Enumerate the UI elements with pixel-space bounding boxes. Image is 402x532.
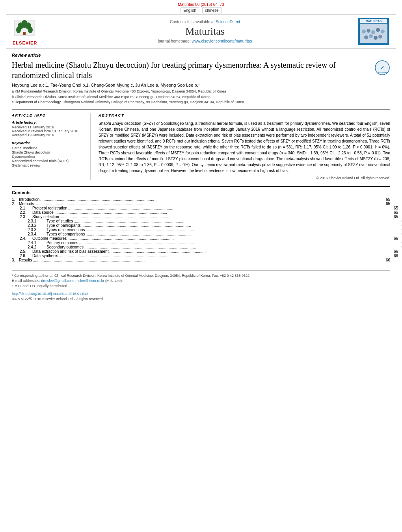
equal-contrib-footnote: 1 HYL and TYC equally contributed. <box>12 284 390 288</box>
abstract-section: ABSTRACT Shaofu Zhuyu decoction (SFZY) o… <box>99 113 390 180</box>
keyword-2: Shaofu Zhuyu decoction <box>12 150 85 154</box>
maturitas-badge: MATURITAS <box>358 18 389 45</box>
email-prefix: E-mail addresses: <box>12 279 40 283</box>
svg-point-16 <box>378 35 382 39</box>
toc-item-2: 2. Methods .............................… <box>12 202 390 206</box>
page: Maturitas 86 (2016) 64–73 English chines… <box>0 0 402 532</box>
toc-item-1: 1. Introduction ........................… <box>12 197 390 202</box>
toc-dots-2-4-2: ........................................… <box>84 245 400 249</box>
corresponding-footnote: * Corresponding author at: Clinical Rese… <box>12 274 390 278</box>
toc-page-2-6: 66 <box>394 254 398 258</box>
keywords-section: Keywords: Herbal medicine Shaofu Zhuyu d… <box>12 141 85 167</box>
article-type-label: Review article <box>12 53 390 57</box>
svg-point-12 <box>381 30 385 33</box>
toc-item-2-3-4: 2.3.4. Types of comparisons ............… <box>28 232 402 236</box>
journal-header-center: Contents lists available at ScienceDirec… <box>60 20 350 43</box>
toc-num-3: 3. <box>12 258 19 262</box>
email-link-1[interactable]: drmslee@gmail.com <box>41 279 74 283</box>
keyword-4: Randomized controlled trials (RCTs) <box>12 159 85 163</box>
accepted-date: Accepted 19 January 2016 <box>12 133 85 137</box>
toc-item-2-5: 2.5. Data extraction and risk of bias as… <box>20 249 398 254</box>
toc-dots-2-3-4: ........................................… <box>85 232 400 236</box>
toc-item-2-3: 2.3. Study selection ...................… <box>20 215 398 219</box>
lang-badge-chinese[interactable]: chinese <box>202 7 221 13</box>
toc-label-2-3-1: Type of studies <box>47 219 73 223</box>
toc-dots-2-2: ........................................… <box>54 210 392 215</box>
svg-point-14 <box>369 34 373 38</box>
maturitas-badge-area: MATURITAS <box>350 18 389 45</box>
abstract-text: Shaofu Zhuyu decoction (SFZY) or Sobolch… <box>99 120 390 174</box>
article-history-title: Article history: <box>12 120 85 124</box>
toc-dots-2-4-1: ........................................… <box>78 241 400 245</box>
toc-label-2-3: Study selection <box>32 215 59 219</box>
toc-dots-2-4: ........................................… <box>67 236 392 241</box>
toc-num-2-4-1: 2.4.1. <box>28 241 47 245</box>
toc-label-3: Results <box>19 258 32 262</box>
toc-label-2-4-1: Primary outcomes <box>47 241 78 245</box>
elsevier-label: ELSEVIER <box>13 41 37 45</box>
toc-page-2-3: 65 <box>394 215 398 219</box>
footnotes-section: * Corresponding author at: Clinical Rese… <box>12 270 390 288</box>
toc-list: 1. Introduction ........................… <box>12 197 390 262</box>
affiliation-c: c Department of Pharmacology, Chungnam N… <box>12 100 390 105</box>
toc-num-2-2: 2.2. <box>20 210 32 215</box>
toc-num-2-6: 2.6. <box>20 254 32 258</box>
affiliations: a KM Fundamental Research Division, Kore… <box>12 89 390 105</box>
doi-section: http://dx.doi.org/10.1016/j.maturitas.20… <box>12 292 390 301</box>
toc-page-2: 65 <box>386 202 390 206</box>
toc-dots-2-3-3: ........................................… <box>85 228 400 232</box>
keyword-1: Herbal medicine <box>12 146 85 150</box>
toc-label-2-1: Protocol registration <box>32 206 67 210</box>
toc-num-2-3-1: 2.3.1. <box>28 219 47 223</box>
svg-point-4 <box>16 27 21 33</box>
toc-label-2-3-3: Types of interventions <box>47 228 85 232</box>
svg-point-13 <box>364 35 368 39</box>
toc-page-2-4: 66 <box>394 236 398 241</box>
toc-num-2-1: 2.1. <box>20 206 32 210</box>
homepage-line: journal homepage: www.elsevier.com/locat… <box>60 39 350 43</box>
journal-header: ELSEVIER Contents lists available at Sci… <box>6 14 396 49</box>
contents-section: Contents 1. Introduction ...............… <box>12 186 390 262</box>
revised-date: Received in revised form 18 January 2016 <box>12 129 85 133</box>
crossmark-icon[interactable]: ✓ CrossMark <box>374 60 390 76</box>
elsevier-logo-area: ELSEVIER <box>13 18 60 45</box>
toc-num-2: 2. <box>12 202 19 206</box>
homepage-link[interactable]: www.elsevier.com/locate/maturitas <box>192 39 252 43</box>
lang-badge-english[interactable]: English <box>181 7 199 13</box>
svg-point-10 <box>371 30 375 34</box>
toc-dots-2-3-2: ........................................… <box>81 223 400 228</box>
maturitas-badge-label: MATURITAS <box>360 19 387 23</box>
affiliation-a: a KM Fundamental Research Division, Kore… <box>12 89 390 95</box>
toc-dots-1: ........................................… <box>39 197 384 202</box>
toc-dots-3: ........................................… <box>32 258 384 262</box>
article-columns: ARTICLE INFO Article history: Received 1… <box>12 109 390 180</box>
affiliation-b: b Clinical Research Division, Korea Inst… <box>12 95 390 100</box>
abstract-header: ABSTRACT <box>99 113 390 117</box>
keyword-5: Systematic review <box>12 163 85 167</box>
toc-page-2-5: 66 <box>394 249 398 254</box>
sciencedirect-link[interactable]: ScienceDirect <box>216 20 240 24</box>
toc-num-2-3-2: 2.3.2. <box>28 223 47 228</box>
toc-page-3: 66 <box>386 258 390 262</box>
received-date: Received 11 January 2016 <box>12 125 85 129</box>
toc-num-2-4: 2.4. <box>20 236 32 241</box>
svg-rect-6 <box>23 32 26 35</box>
article-info: ARTICLE INFO Article history: Received 1… <box>12 113 91 180</box>
keyword-3: Dysmenorrhea <box>12 155 85 159</box>
svg-text:✓: ✓ <box>380 65 384 70</box>
toc-num-1: 1. <box>12 197 19 202</box>
maturitas-badge-image <box>360 24 387 43</box>
toc-item-2-3-1: 2.3.1. Type of studies .................… <box>28 219 402 223</box>
svg-point-8 <box>362 30 366 33</box>
toc-num-2-4-2: 2.4.2. <box>28 245 47 249</box>
doi-link[interactable]: http://dx.doi.org/10.1016/j.maturitas.20… <box>12 292 88 296</box>
article-history: Article history: Received 11 January 201… <box>12 120 85 137</box>
email-link-2[interactable]: mslee@kiom.re.kr <box>76 279 104 283</box>
toc-dots-2: ........................................… <box>34 202 384 206</box>
svg-point-9 <box>367 29 370 33</box>
toc-dots-2-3-1: ........................................… <box>73 219 400 223</box>
toc-item-2-4-1: 2.4.1. Primary outcomes ................… <box>28 241 402 245</box>
toc-num-2-3-3: 2.3.3. <box>28 228 47 232</box>
article-info-header: ARTICLE INFO <box>12 113 85 117</box>
journal-ref-link[interactable]: Maturitas 86 (2016) 64–73 <box>178 2 224 7</box>
